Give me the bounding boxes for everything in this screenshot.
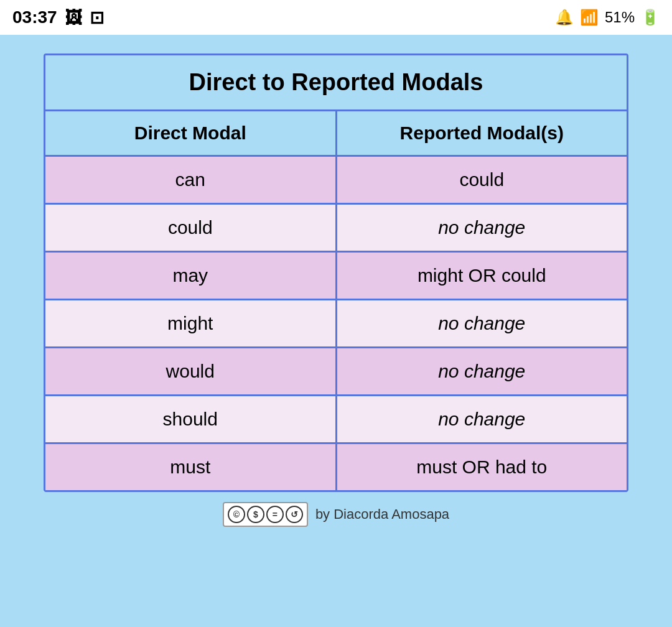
reported-modal-cell: no change	[337, 348, 627, 394]
attribution: © $ = ↺ by Diacorda Amosapa	[223, 502, 449, 527]
main-content: Direct to Reported Modals Direct Modal R…	[0, 35, 672, 627]
table-header: Direct Modal Reported Modal(s)	[45, 111, 627, 157]
battery-display: 51%	[605, 9, 635, 26]
reported-modal-cell: might OR could	[337, 253, 627, 299]
direct-modal-cell: must	[45, 444, 337, 490]
direct-modal-cell: may	[45, 253, 337, 299]
table-row: mustmust OR had to	[45, 444, 627, 490]
direct-modal-cell: might	[45, 300, 337, 346]
table-row: mightno change	[45, 300, 627, 348]
reported-modal-cell: no change	[337, 396, 627, 442]
table-row: shouldno change	[45, 396, 627, 444]
reported-modal-cell: no change	[337, 300, 627, 346]
table-title: Direct to Reported Modals	[45, 55, 627, 111]
direct-modal-cell: can	[45, 157, 337, 203]
direct-modal-cell: would	[45, 348, 337, 394]
status-right: 🔔 📶 51% 🔋	[555, 9, 660, 26]
reported-modal-cell: no change	[337, 205, 627, 251]
table-row: cancould	[45, 157, 627, 205]
gallery-icon: 🖼	[65, 7, 82, 28]
attribution-text: by Diacorda Amosapa	[315, 506, 449, 522]
battery-icon: 🔋	[641, 9, 660, 26]
modals-table: Direct to Reported Modals Direct Modal R…	[44, 53, 628, 492]
status-bar: 03:37 🖼 ⊡ 🔔 📶 51% 🔋	[0, 0, 672, 35]
col2-header: Reported Modal(s)	[337, 111, 627, 155]
table-body: cancouldcouldno changemaymight OR couldm…	[45, 157, 627, 490]
cc-icon: ©	[228, 506, 245, 523]
by-icon: $	[247, 506, 264, 523]
nc-icon: =	[266, 506, 284, 523]
reported-modal-cell: must OR had to	[337, 444, 627, 490]
table-row: couldno change	[45, 205, 627, 253]
alarm-icon: 🔔	[555, 9, 574, 26]
direct-modal-cell: could	[45, 205, 337, 251]
direct-modal-cell: should	[45, 396, 337, 442]
col1-header: Direct Modal	[45, 111, 337, 155]
time-display: 03:37	[12, 7, 57, 27]
wifi-icon: 📶	[580, 9, 599, 26]
captions-icon: ⊡	[90, 7, 104, 28]
status-left: 03:37 🖼 ⊡	[12, 7, 104, 28]
cc-badge: © $ = ↺	[223, 502, 308, 527]
sa-icon: ↺	[286, 506, 303, 523]
table-row: maymight OR could	[45, 253, 627, 300]
table-row: wouldno change	[45, 348, 627, 396]
reported-modal-cell: could	[337, 157, 627, 203]
